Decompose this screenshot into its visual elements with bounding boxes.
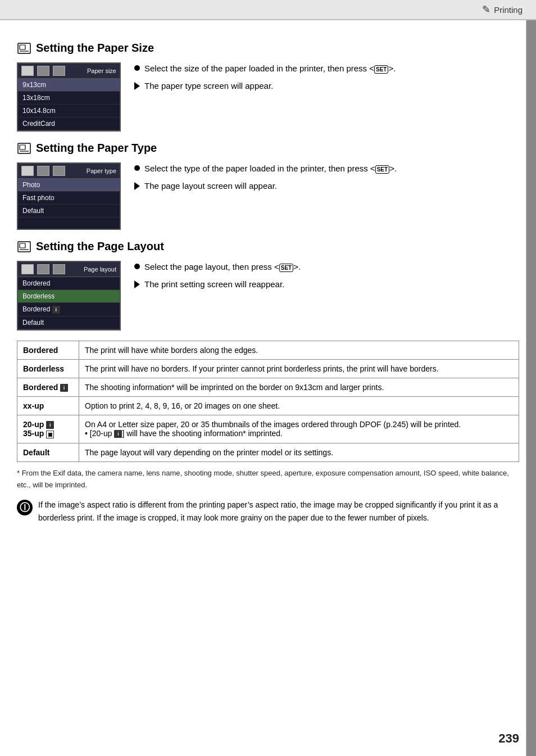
- paper-type-icon: [17, 142, 31, 155]
- grid-tab-icon-2: [53, 166, 65, 176]
- camera-tab-icon-3: [21, 264, 34, 274]
- paper-size-title: Setting the Paper Size: [36, 42, 154, 55]
- svg-rect-1: [20, 45, 25, 49]
- arrow-paper-size-1: The paper type screen will appear.: [134, 80, 519, 93]
- def-default: The page layout will vary depending on t…: [79, 443, 519, 461]
- def-bordered: The print will have white borders along …: [79, 341, 519, 359]
- screen-row-9x13: 9x13cm: [18, 79, 120, 92]
- screen-row-creditcard: CreditCard: [18, 117, 120, 130]
- bullet-text-1: Select the size of the paper loaded in t…: [144, 62, 396, 75]
- term-xxup: xx-up: [17, 397, 79, 415]
- section-paper-size-heading: Setting the Paper Size: [17, 42, 519, 55]
- top-bar: ✎ Printing: [0, 0, 536, 20]
- arrow-triangle-3: [134, 280, 140, 288]
- term-bordered-info: Bordered i: [17, 378, 79, 396]
- print-icon: ✎: [482, 3, 490, 16]
- info-icon-table-3: i: [114, 430, 122, 438]
- table-row-20up: 20-up i 35-up ▣ On A4 or Letter size pap…: [17, 415, 519, 443]
- table-row-bordered: Bordered The print will have white borde…: [17, 341, 519, 359]
- paper-size-screen: Paper size 9x13cm 13x18cm 10x14.8cm Cred…: [17, 62, 121, 132]
- bullet-circle-1: [134, 65, 140, 71]
- grid-tab-icon-3: [53, 264, 65, 274]
- arrow-text-1: The paper type screen will appear.: [144, 80, 273, 93]
- camera-tab-icon: [21, 66, 34, 76]
- arrow-paper-type-1: The page layout screen will appear.: [134, 180, 519, 193]
- topbar-label: Printing: [494, 5, 523, 15]
- def-20up: On A4 or Letter size paper, 20 or 35 thu…: [79, 415, 519, 443]
- screen-row-default-type: Default: [18, 205, 120, 218]
- layout-info-table: Bordered The print will have white borde…: [17, 341, 519, 462]
- screen-row-10x14: 10x14.8cm: [18, 105, 120, 117]
- note-content: If the image’s aspect ratio is different…: [38, 500, 498, 522]
- screen-top-row-2: Paper type: [18, 164, 120, 179]
- term-bordered: Bordered: [17, 341, 79, 359]
- arrow-text-3: The print setting screen will reappear.: [144, 278, 284, 291]
- section-paper-type-heading: Setting the Paper Type: [17, 142, 519, 155]
- screen-row-photo: Photo: [18, 179, 120, 192]
- screen-top-row: Paper size: [18, 64, 120, 79]
- main-content: Setting the Paper Size Paper size 9x13cm…: [0, 20, 536, 546]
- screen-tab-label: Paper size: [87, 67, 116, 74]
- page-layout-screen: Page layout Bordered Borderless Bordered…: [17, 261, 121, 331]
- screen-row-fast-photo: Fast photo: [18, 192, 120, 205]
- paper-type-screen: Paper type Photo Fast photo Default: [17, 162, 121, 230]
- page-layout-title: Setting the Page Layout: [36, 240, 164, 253]
- paper-size-section: Paper size 9x13cm 13x18cm 10x14.8cm Cred…: [17, 62, 519, 132]
- right-accent: [526, 20, 536, 756]
- info-icon-table-2: i: [46, 421, 54, 429]
- screen-row-bordered-info: Bordered i: [18, 303, 120, 316]
- info-icon-1: i: [52, 306, 60, 314]
- set-badge: SET: [374, 65, 388, 74]
- menu-tab-icon: [37, 66, 49, 76]
- grid-tab-icon: [53, 66, 65, 76]
- bullet-text-2: Select the type of the paper loaded in t…: [144, 162, 397, 175]
- paper-type-bullets: Select the type of the paper loaded in t…: [134, 162, 519, 197]
- arrow-page-layout-1: The print setting screen will reappear.: [134, 278, 519, 291]
- page-layout-section: Page layout Bordered Borderless Bordered…: [17, 261, 519, 331]
- bullet-text-3: Select the page layout, then press <SET>…: [144, 261, 301, 274]
- screen-row-13x18: 13x18cm: [18, 92, 120, 105]
- menu-tab-icon-3: [37, 264, 49, 274]
- screen-top-row-3: Page layout: [18, 262, 120, 277]
- bullet-page-layout-1: Select the page layout, then press <SET>…: [134, 261, 519, 274]
- paper-size-icon: [17, 42, 31, 55]
- note-icon: Ⓘ: [17, 500, 33, 515]
- info-icon-table-1: i: [60, 384, 68, 392]
- page-number: 239: [498, 731, 519, 746]
- svg-rect-4: [20, 145, 25, 150]
- arrow-triangle-2: [134, 182, 140, 190]
- section-label: ✎ Printing: [482, 3, 523, 16]
- menu-tab-icon-2: [37, 166, 49, 176]
- def-xxup: Option to print 2, 4, 8, 9, 16, or 20 im…: [79, 397, 519, 415]
- screen-tab-label-3: Page layout: [84, 266, 116, 273]
- svg-rect-7: [20, 243, 25, 248]
- set-badge-3: SET: [279, 264, 293, 272]
- note-text: If the image’s aspect ratio is different…: [38, 499, 519, 524]
- section-page-layout-heading: Setting the Page Layout: [17, 240, 519, 253]
- term-borderless: Borderless: [17, 359, 79, 378]
- paper-type-title: Setting the Paper Type: [36, 142, 157, 155]
- bullet-paper-size-1: Select the size of the paper loaded in t…: [134, 62, 519, 75]
- paper-type-section: Paper type Photo Fast photo Default Sele…: [17, 162, 519, 230]
- screen-tab-label-2: Paper type: [87, 168, 116, 174]
- table-row-borderless: Borderless The print will have no border…: [17, 359, 519, 378]
- term-20up: 20-up i 35-up ▣: [17, 415, 79, 443]
- footnote-text: * From the Exif data, the camera name, l…: [17, 469, 509, 489]
- term-default: Default: [17, 443, 79, 461]
- camera-tab-icon-2: [21, 166, 34, 176]
- footnote: * From the Exif data, the camera name, l…: [17, 468, 519, 491]
- arrow-text-2: The page layout screen will appear.: [144, 180, 277, 193]
- def-borderless: The print will have no borders. If your …: [79, 359, 519, 378]
- page-layout-icon: [17, 241, 31, 253]
- bullet-circle-3: [134, 264, 140, 269]
- note-box: Ⓘ If the image’s aspect ratio is differe…: [17, 499, 519, 524]
- table-row-bordered-info: Bordered i The shooting information* wil…: [17, 378, 519, 396]
- set-badge-2: SET: [375, 165, 389, 174]
- table-row-xxup: xx-up Option to print 2, 4, 8, 9, 16, or…: [17, 397, 519, 415]
- paper-size-bullets: Select the size of the paper loaded in t…: [134, 62, 519, 97]
- table-row-default: Default The page layout will vary depend…: [17, 443, 519, 461]
- grid-icon-table: ▣: [46, 431, 54, 438]
- def-bordered-info: The shooting information* will be imprin…: [79, 378, 519, 396]
- screen-row-borderless: Borderless: [18, 290, 120, 303]
- bullet-paper-type-1: Select the type of the paper loaded in t…: [134, 162, 519, 175]
